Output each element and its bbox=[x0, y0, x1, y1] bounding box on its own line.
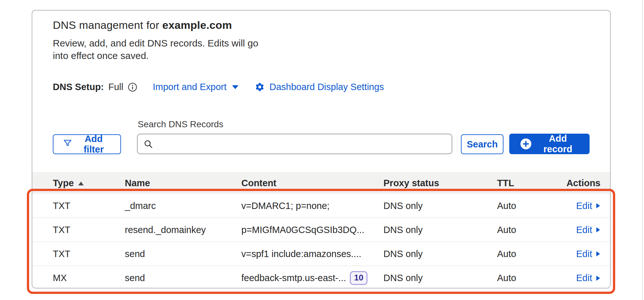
edit-record-link[interactable]: Edit bbox=[576, 249, 600, 259]
search-input[interactable] bbox=[137, 134, 452, 154]
table-row: TXT _dmarc v=DMARC1; p=none; DNS only Au… bbox=[32, 194, 610, 218]
cell-proxy-status: DNS only bbox=[383, 273, 497, 283]
cell-ttl: Auto bbox=[497, 273, 564, 283]
cell-ttl: Auto bbox=[497, 249, 564, 259]
cell-proxy-status: DNS only bbox=[383, 225, 497, 235]
cell-name: send bbox=[125, 273, 241, 283]
filter-icon bbox=[63, 139, 72, 150]
table-row: TXT resend._domainkey p=MIGfMA0GCSqGSIb3… bbox=[32, 218, 610, 242]
cell-content: feedback-smtp.us-east-... 10 bbox=[241, 271, 383, 285]
add-filter-button[interactable]: Add filter bbox=[53, 134, 121, 154]
cell-type: TXT bbox=[53, 249, 125, 259]
dns-management-card: DNS management for example.com Review, a… bbox=[32, 10, 611, 288]
search-button-label: Search bbox=[467, 139, 498, 150]
column-header-type[interactable]: Type bbox=[53, 178, 125, 188]
search-icon bbox=[143, 139, 153, 150]
search-field-wrap bbox=[137, 134, 452, 154]
page-description: Review, add, and edit DNS records. Edits… bbox=[53, 37, 263, 62]
dashboard-display-settings-label: Dashboard Display Settings bbox=[270, 82, 384, 92]
table-row: TXT send v=spf1 include:amazonses.... DN… bbox=[32, 242, 610, 266]
cell-type: TXT bbox=[53, 225, 125, 235]
chevron-right-icon bbox=[596, 203, 600, 209]
cell-proxy-status: DNS only bbox=[383, 249, 497, 259]
cell-type: MX bbox=[53, 273, 125, 283]
plus-circle-icon bbox=[520, 138, 532, 150]
sort-ascending-icon bbox=[78, 181, 84, 186]
edit-label: Edit bbox=[576, 249, 592, 259]
import-export-label: Import and Export bbox=[153, 82, 227, 92]
import-export-link[interactable]: Import and Export bbox=[153, 82, 239, 92]
add-record-label: Add record bbox=[537, 133, 579, 154]
cell-type: TXT bbox=[53, 201, 125, 211]
page-title-domain: example.com bbox=[162, 19, 232, 31]
search-dns-records-label: Search DNS Records bbox=[138, 119, 452, 129]
page-title-prefix: DNS management for bbox=[53, 19, 162, 31]
mx-priority-badge: 10 bbox=[350, 271, 367, 285]
dns-records-table: Type Name Content Proxy status TTL Actio… bbox=[32, 172, 610, 288]
chevron-down-icon bbox=[232, 85, 239, 89]
column-header-proxy-status[interactable]: Proxy status bbox=[383, 178, 497, 188]
column-header-type-label: Type bbox=[53, 178, 74, 188]
cell-content: v=DMARC1; p=none; bbox=[241, 201, 383, 211]
dns-management-screen: DNS management for example.com Review, a… bbox=[0, 0, 644, 300]
cell-ttl: Auto bbox=[497, 225, 564, 235]
edit-record-link[interactable]: Edit bbox=[576, 201, 600, 211]
column-header-content[interactable]: Content bbox=[241, 178, 383, 188]
column-header-ttl[interactable]: TTL bbox=[497, 178, 564, 188]
page-title: DNS management for example.com bbox=[53, 19, 590, 31]
add-filter-label: Add filter bbox=[76, 134, 111, 155]
cell-content: v=spf1 include:amazonses.... bbox=[241, 249, 383, 259]
edit-record-link[interactable]: Edit bbox=[576, 273, 600, 283]
cell-name: _dmarc bbox=[125, 201, 241, 211]
edit-label: Edit bbox=[576, 201, 592, 211]
cell-content: p=MIGfMA0GCSqGSIb3DQ... bbox=[241, 225, 383, 235]
dns-toolbar: Add filter Search DNS Records Search A bbox=[53, 119, 590, 154]
search-button[interactable]: Search bbox=[461, 134, 503, 154]
add-record-button[interactable]: Add record bbox=[509, 134, 590, 154]
cell-name: resend._domainkey bbox=[125, 225, 241, 235]
edit-label: Edit bbox=[576, 273, 592, 283]
dns-setup-row: DNS Setup: Full Import and Export Dashbo… bbox=[53, 82, 590, 92]
cell-name: send bbox=[125, 249, 241, 259]
dns-setup-label: DNS Setup: bbox=[53, 82, 104, 92]
search-group: Search DNS Records bbox=[137, 119, 452, 154]
info-icon[interactable] bbox=[128, 82, 137, 92]
table-header-row: Type Name Content Proxy status TTL Actio… bbox=[32, 172, 610, 194]
edit-label: Edit bbox=[576, 225, 592, 235]
column-header-name[interactable]: Name bbox=[125, 178, 241, 188]
cell-proxy-status: DNS only bbox=[383, 201, 497, 211]
column-header-actions: Actions bbox=[567, 178, 600, 188]
dns-setup-value: Full bbox=[109, 82, 124, 92]
cell-content-text: feedback-smtp.us-east-... bbox=[241, 273, 346, 283]
gear-icon bbox=[255, 82, 265, 92]
chevron-right-icon bbox=[596, 227, 600, 233]
cell-ttl: Auto bbox=[497, 201, 564, 211]
table-row: MX send feedback-smtp.us-east-... 10 DNS… bbox=[32, 266, 610, 288]
edit-record-link[interactable]: Edit bbox=[576, 225, 600, 235]
chevron-right-icon bbox=[596, 251, 600, 257]
dashboard-display-settings-link[interactable]: Dashboard Display Settings bbox=[255, 82, 384, 92]
chevron-right-icon bbox=[596, 275, 600, 281]
screen-right-edge-line bbox=[642, 0, 643, 300]
